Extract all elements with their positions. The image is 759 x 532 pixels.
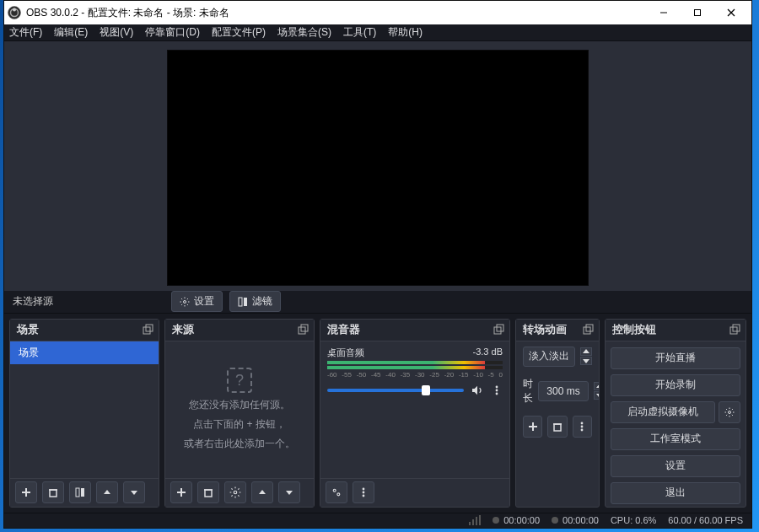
svg-rect-35 bbox=[584, 327, 590, 334]
svg-rect-16 bbox=[76, 488, 79, 497]
mixer-channel-name: 桌面音频 bbox=[327, 347, 364, 359]
add-transition-button[interactable] bbox=[523, 416, 542, 438]
move-source-down-button[interactable] bbox=[278, 481, 300, 503]
cpu-status: CPU: 0.6% bbox=[611, 515, 656, 525]
svg-rect-36 bbox=[586, 325, 593, 331]
rec-time-status: 00:00:00 bbox=[552, 515, 599, 525]
remove-transition-button[interactable] bbox=[547, 416, 567, 438]
popout-icon[interactable] bbox=[142, 324, 153, 336]
scenes-title: 场景 bbox=[17, 322, 39, 337]
speaker-icon[interactable] bbox=[471, 384, 484, 397]
transitions-title: 转场动画 bbox=[523, 322, 567, 337]
stream-time: 00:00:00 bbox=[503, 515, 540, 525]
sources-toolbar bbox=[165, 478, 314, 507]
volume-knob[interactable] bbox=[422, 385, 430, 395]
menubar: 文件(F) 编辑(E) 视图(V) 停靠窗口(D) 配置文件(P) 场景集合(S… bbox=[4, 24, 751, 41]
close-button[interactable] bbox=[714, 1, 748, 24]
sources-list[interactable]: ? 您还没有添加任何源。 点击下面的 + 按钮， 或者右击此处添加一个。 bbox=[165, 341, 314, 478]
svg-rect-22 bbox=[205, 490, 212, 497]
svg-point-42 bbox=[581, 425, 584, 427]
signal-icon bbox=[469, 515, 481, 525]
transition-menu-button[interactable] bbox=[573, 416, 592, 438]
tick: -30 bbox=[415, 371, 425, 379]
filters-icon bbox=[238, 297, 248, 307]
source-filters-button[interactable]: 滤镜 bbox=[229, 291, 281, 312]
kebab-icon[interactable] bbox=[491, 384, 503, 396]
popout-icon[interactable] bbox=[582, 324, 594, 336]
scenes-list[interactable]: 场景 bbox=[10, 341, 159, 478]
transition-select-spin[interactable] bbox=[580, 347, 592, 365]
popout-icon[interactable] bbox=[493, 324, 504, 336]
add-scene-button[interactable] bbox=[15, 481, 37, 503]
move-scene-up-button[interactable] bbox=[96, 481, 118, 503]
remove-source-button[interactable] bbox=[197, 481, 219, 503]
transition-select[interactable]: 淡入淡出 bbox=[523, 347, 575, 367]
svg-point-27 bbox=[496, 385, 498, 388]
minimize-button[interactable] bbox=[647, 1, 681, 24]
sources-title: 来源 bbox=[172, 322, 194, 337]
menu-tools[interactable]: 工具(T) bbox=[343, 25, 376, 40]
svg-rect-4 bbox=[695, 10, 701, 16]
mixer-menu-button[interactable] bbox=[353, 481, 374, 503]
tick: -5 bbox=[488, 371, 494, 379]
rec-dot-icon bbox=[552, 517, 558, 524]
mixer-db-value: -3.3 dB bbox=[473, 347, 503, 359]
duration-input[interactable] bbox=[538, 381, 589, 401]
svg-point-34 bbox=[363, 495, 365, 497]
menu-help[interactable]: 帮助(H) bbox=[388, 25, 423, 40]
no-source-selected-label: 未选择源 bbox=[13, 294, 164, 309]
svg-point-41 bbox=[581, 422, 584, 424]
tick: -40 bbox=[385, 371, 396, 379]
scene-item[interactable]: 场景 bbox=[10, 341, 159, 364]
duration-spin[interactable] bbox=[594, 382, 599, 400]
add-source-button[interactable] bbox=[170, 481, 192, 503]
popout-icon[interactable] bbox=[297, 324, 309, 336]
svg-rect-10 bbox=[143, 327, 150, 334]
menu-edit[interactable]: 编辑(E) bbox=[54, 25, 88, 40]
mixer-channel-desktop-audio: 桌面音频 -3.3 dB -60 -55 -50 -45 -40 -35 -30… bbox=[320, 341, 509, 397]
svg-point-43 bbox=[581, 428, 584, 431]
tick: -35 bbox=[401, 371, 411, 379]
tick: -15 bbox=[459, 371, 469, 379]
start-recording-button[interactable]: 开始录制 bbox=[611, 374, 740, 396]
obs-logo-icon bbox=[8, 6, 21, 19]
start-streaming-button[interactable]: 开始直播 bbox=[611, 347, 740, 369]
svg-rect-11 bbox=[146, 325, 153, 331]
exit-button[interactable]: 退出 bbox=[611, 482, 740, 504]
remove-scene-button[interactable] bbox=[42, 481, 64, 503]
studio-mode-button[interactable]: 工作室模式 bbox=[611, 428, 740, 450]
sources-dock: 来源 ? 您还没有添加任何源。 点击下面的 + 按钮， 或者右击此处添加一个。 bbox=[164, 319, 315, 508]
preview-area bbox=[4, 41, 751, 291]
scenes-header: 场景 bbox=[10, 320, 159, 341]
maximize-button[interactable] bbox=[681, 1, 714, 24]
svg-rect-9 bbox=[244, 298, 247, 306]
move-source-up-button[interactable] bbox=[251, 481, 273, 503]
mixer-title: 混音器 bbox=[327, 322, 360, 337]
menu-view[interactable]: 视图(V) bbox=[100, 25, 133, 40]
menu-profile[interactable]: 配置文件(P) bbox=[212, 25, 266, 40]
tick: -55 bbox=[342, 371, 352, 379]
volume-slider[interactable] bbox=[327, 389, 464, 392]
tick: 0 bbox=[499, 371, 503, 379]
window-title: OBS 30.0.2 - 配置文件: 未命名 - 场景: 未命名 bbox=[26, 6, 647, 20]
menu-scene-collection[interactable]: 场景集合(S) bbox=[277, 25, 331, 40]
virtual-cam-settings-button[interactable] bbox=[719, 401, 740, 423]
stream-dot-icon bbox=[493, 517, 499, 524]
tick: -25 bbox=[429, 371, 439, 379]
mixer-advanced-button[interactable] bbox=[326, 481, 347, 503]
svg-point-28 bbox=[496, 389, 498, 391]
preview-canvas[interactable] bbox=[167, 50, 589, 286]
svg-rect-48 bbox=[472, 519, 474, 525]
menu-dock[interactable]: 停靠窗口(D) bbox=[145, 25, 200, 40]
start-virtual-cam-button[interactable]: 启动虚拟摄像机 bbox=[611, 401, 715, 423]
source-properties-button[interactable] bbox=[224, 481, 246, 503]
move-scene-down-button[interactable] bbox=[123, 481, 145, 503]
rec-time: 00:00:00 bbox=[563, 515, 599, 525]
settings-button[interactable]: 设置 bbox=[611, 455, 740, 477]
scene-filters-button[interactable] bbox=[69, 481, 91, 503]
menu-file[interactable]: 文件(F) bbox=[9, 25, 42, 40]
sources-hint-line1: 您还没有添加任何源。 bbox=[189, 398, 290, 412]
popout-icon[interactable] bbox=[729, 324, 740, 336]
svg-rect-39 bbox=[554, 424, 561, 431]
source-settings-button[interactable]: 设置 bbox=[171, 291, 223, 312]
